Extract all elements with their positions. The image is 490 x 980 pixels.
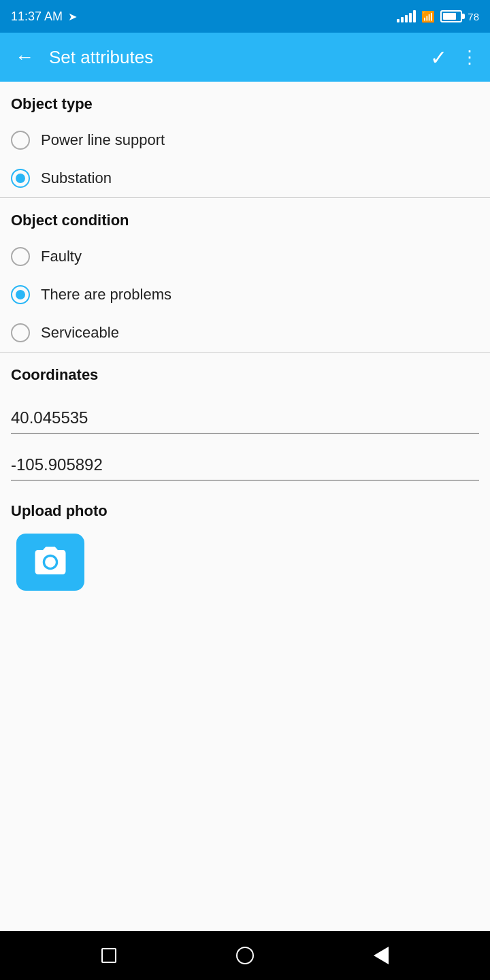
nav-recents-button[interactable] — [95, 942, 122, 969]
radio-power-line-support[interactable]: Power line support — [0, 121, 490, 159]
latitude-field: 40.045535 — [11, 397, 479, 434]
radio-faulty[interactable]: Faulty — [0, 238, 490, 276]
radio-substation[interactable]: Substation — [0, 159, 490, 197]
recents-icon — [101, 948, 116, 963]
radio-label-substation: Substation — [41, 169, 112, 187]
radio-label-faulty: Faulty — [41, 248, 82, 265]
radio-label-serviceable: Serviceable — [41, 324, 119, 342]
status-bar-right: 📶 78 — [397, 10, 479, 23]
svg-point-0 — [45, 557, 56, 568]
upload-photo-header: Upload photo — [11, 502, 479, 520]
radio-label-problems: There are problems — [41, 286, 172, 304]
radio-serviceable[interactable]: Serviceable — [0, 314, 490, 352]
nav-home-button[interactable] — [231, 942, 259, 969]
radio-circle-problems — [11, 285, 30, 304]
nav-bar — [0, 931, 490, 980]
status-bar: 11:37 AM ➤ 📶 78 — [0, 0, 490, 33]
radio-label-power-line: Power line support — [41, 131, 165, 149]
status-bar-left: 11:37 AM ➤ — [11, 10, 77, 24]
radio-circle-power-line — [11, 131, 30, 150]
upload-photo-section: Upload photo — [0, 491, 490, 602]
camera-icon — [32, 544, 69, 581]
coordinates-header: Coordinates — [0, 353, 490, 392]
coordinates-section: 40.045535 -105.905892 — [0, 392, 490, 480]
back-icon — [374, 947, 389, 964]
radio-there-are-problems[interactable]: There are problems — [0, 276, 490, 314]
radio-circle-substation — [11, 169, 30, 188]
home-icon — [236, 947, 254, 964]
object-type-header: Object type — [0, 82, 490, 121]
page-title: Set attributes — [49, 47, 430, 68]
battery-icon — [440, 10, 462, 22]
wifi-icon: 📶 — [421, 10, 435, 23]
back-button[interactable]: ← — [11, 44, 38, 71]
app-bar: ← Set attributes ✓ ⋮ — [0, 33, 490, 82]
battery-level: 78 — [468, 11, 479, 22]
longitude-value: -105.905892 — [11, 455, 103, 474]
confirm-button[interactable]: ✓ — [430, 46, 447, 69]
object-condition-header: Object condition — [0, 198, 490, 238]
camera-button[interactable] — [16, 534, 84, 591]
radio-circle-faulty — [11, 247, 30, 266]
latitude-value: 40.045535 — [11, 408, 88, 427]
radio-circle-serviceable — [11, 323, 30, 342]
signal-icon — [397, 10, 416, 22]
longitude-field: -105.905892 — [11, 444, 479, 480]
app-bar-actions: ✓ ⋮ — [430, 46, 479, 69]
main-content: Object type Power line support Substatio… — [0, 82, 490, 931]
nav-back-button[interactable] — [368, 942, 395, 969]
time-display: 11:37 AM — [11, 10, 63, 24]
more-options-button[interactable]: ⋮ — [461, 47, 479, 68]
location-icon: ➤ — [68, 10, 77, 23]
